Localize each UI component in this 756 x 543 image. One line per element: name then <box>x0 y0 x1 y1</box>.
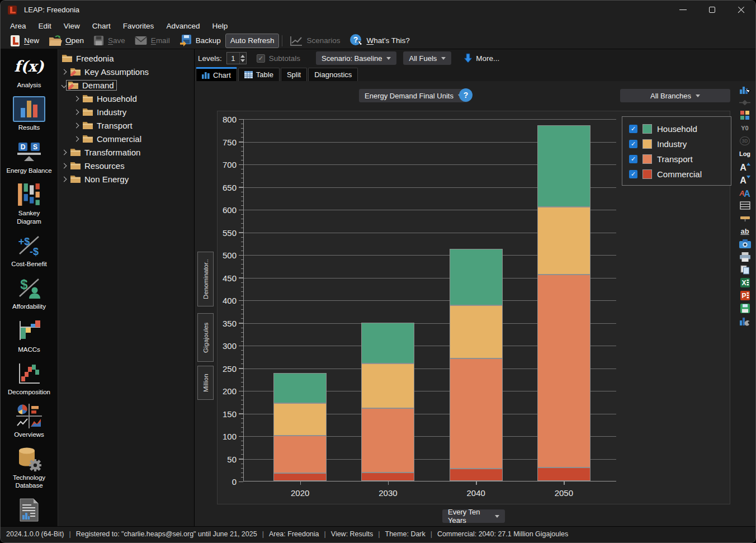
unit-button-million[interactable]: Million <box>197 366 214 400</box>
bar-segment-household-2030[interactable] <box>361 323 414 364</box>
font-color-icon[interactable]: AA <box>738 187 752 197</box>
sidebar-item-technology-database[interactable]: TechnologyDatabase <box>2 446 56 490</box>
levels-spin-arrows[interactable] <box>239 53 246 64</box>
export-excel-icon[interactable]: X <box>738 277 752 287</box>
font-increase-icon[interactable]: A <box>738 162 752 172</box>
tree-item-transformation[interactable]: Transformation <box>58 145 194 159</box>
snapshot-icon[interactable] <box>738 239 752 249</box>
new-icon <box>10 35 21 47</box>
bar-segment-household-2040[interactable] <box>450 249 503 305</box>
menu-edit[interactable]: Edit <box>32 20 58 32</box>
close-button[interactable] <box>726 1 755 19</box>
menu-favorites[interactable]: Favorites <box>117 20 160 32</box>
bar-segment-industry-2040[interactable] <box>450 305 503 359</box>
chart-colors-icon[interactable] <box>738 110 752 120</box>
open-button[interactable]: Open <box>44 34 88 48</box>
bar-segment-industry-2020[interactable] <box>273 403 327 436</box>
bar-segment-industry-2050[interactable] <box>537 207 590 275</box>
tab-split[interactable]: Split <box>281 68 307 81</box>
sidebar-item-affordability[interactable]: $Affordability <box>2 275 56 310</box>
bar-width-icon[interactable] <box>738 213 752 223</box>
line-markers-icon[interactable] <box>738 97 752 107</box>
bar-segment-household-2020[interactable] <box>273 373 327 403</box>
menu-chart[interactable]: Chart <box>86 20 117 32</box>
tab-table[interactable]: Table <box>238 68 280 81</box>
menu-area[interactable]: Area <box>4 20 32 32</box>
backup-button[interactable]: Backup <box>174 34 225 48</box>
sidebar-item-overviews[interactable]: Overviews <box>2 403 56 438</box>
chart-options-icon[interactable] <box>738 316 752 326</box>
subtotals-checkbox[interactable]: ✓ <box>257 54 265 63</box>
tab-chart[interactable]: Chart <box>196 67 237 81</box>
new-button[interactable]: New <box>5 34 44 48</box>
sidebar-item-sankey-diagram[interactable]: SankeyDiagram <box>2 182 56 225</box>
menu-view[interactable]: View <box>58 20 86 32</box>
whats-this-button[interactable]: ?What's This? <box>345 34 414 48</box>
sidebar-item-maccs[interactable]: MACCs <box>2 318 56 353</box>
chart-legend: ✓Household✓Industry✓Transport✓Commercial <box>622 116 731 186</box>
tree-item-demand[interactable]: Demand <box>58 78 194 92</box>
interval-dropdown[interactable]: Every Ten Years <box>442 509 505 523</box>
bar-segment-transport-2050[interactable] <box>537 275 590 467</box>
y-axis-origin-icon[interactable]: Y0 <box>738 123 752 133</box>
levels-spinner[interactable]: 1 <box>226 52 247 64</box>
legend-item-industry[interactable]: ✓Industry <box>629 136 731 152</box>
minimize-button[interactable] <box>668 1 697 19</box>
main-toolbar: NewOpenSaveEmailBackupAuto RefreshScenar… <box>1 32 755 49</box>
y-tick <box>239 323 243 324</box>
sidebar-item-decomposition[interactable]: Decomposition <box>2 361 56 396</box>
tree-root-freedonia[interactable]: Freedonia <box>58 51 194 65</box>
export-powerpoint-icon[interactable]: P <box>738 290 752 300</box>
sidebar-item-cost-benefit[interactable]: +$-$Cost-Benefit <box>2 233 56 268</box>
units-dropdown[interactable]: Energy Demand Final Units <box>359 89 468 102</box>
tree-item-resources[interactable]: Resources <box>58 159 194 172</box>
fuels-dropdown[interactable]: All Fuels <box>403 51 451 65</box>
bar-segment-commercial-2030[interactable] <box>361 473 414 481</box>
print-icon[interactable] <box>738 252 752 262</box>
legend-checkbox[interactable]: ✓ <box>629 170 637 178</box>
legend-item-household[interactable]: ✓Household <box>629 121 731 136</box>
bar-segment-household-2050[interactable] <box>537 125 590 207</box>
font-decrease-icon[interactable]: A <box>738 174 752 185</box>
legend-item-transport[interactable]: ✓Transport <box>629 152 731 167</box>
bar-segment-transport-2040[interactable] <box>450 358 503 469</box>
chart-type-icon[interactable] <box>738 84 752 95</box>
menu-advanced[interactable]: Advanced <box>160 20 206 32</box>
tree-item-household[interactable]: Household <box>58 92 194 105</box>
bar-segment-commercial-2050[interactable] <box>537 468 590 481</box>
3d-view-icon[interactable]: 3D <box>738 136 752 146</box>
sidebar-item-analysis[interactable]: f(x)Analysis <box>2 54 56 89</box>
tree-item-industry[interactable]: Industry <box>58 105 194 119</box>
legend-checkbox[interactable]: ✓ <box>629 140 637 148</box>
legend-item-commercial[interactable]: ✓Commercial <box>629 167 731 182</box>
bar-segment-transport-2020[interactable] <box>273 436 327 473</box>
maximize-button[interactable] <box>697 1 726 19</box>
bar-segment-commercial-2040[interactable] <box>450 469 503 481</box>
sidebar-item-energy-balance[interactable]: DSEnergy Balance <box>2 139 56 174</box>
sidebar-item-results[interactable]: Results <box>2 96 56 131</box>
y-minor-tick <box>241 473 243 473</box>
tree-item-key-assumptions[interactable]: Key Assumptions <box>58 65 194 78</box>
log-scale-icon[interactable]: Log <box>738 149 752 159</box>
data-labels-icon[interactable]: ab <box>738 226 752 236</box>
gridlines-icon[interactable] <box>738 200 752 210</box>
tree-item-transport[interactable]: Transport <box>58 119 194 132</box>
tab-diagnostics[interactable]: Diagnostics <box>308 68 358 81</box>
bar-segment-transport-2030[interactable] <box>361 408 414 472</box>
more-button[interactable]: More... <box>476 54 499 63</box>
tree-item-non-energy[interactable]: Non Energy <box>58 172 194 186</box>
unit-button-denominator[interactable]: Denominator.. <box>197 252 214 306</box>
copy-icon[interactable] <box>738 265 752 275</box>
bar-segment-industry-2030[interactable] <box>361 363 414 408</box>
branches-dropdown[interactable]: All Branches <box>620 89 730 102</box>
scenario-dropdown[interactable]: Scenario: Baseline <box>316 51 396 65</box>
save-chart-icon[interactable] <box>738 303 752 313</box>
help-button[interactable]: ? <box>459 88 472 102</box>
unit-button-gigajoules[interactable]: Gigajoules <box>197 313 214 362</box>
auto-refresh-button[interactable]: Auto Refresh <box>225 34 280 48</box>
menu-help[interactable]: Help <box>206 20 234 32</box>
legend-checkbox[interactable]: ✓ <box>629 125 637 133</box>
bar-segment-commercial-2020[interactable] <box>273 473 327 481</box>
tree-item-commercial[interactable]: Commercial <box>58 132 194 145</box>
legend-checkbox[interactable]: ✓ <box>629 155 637 163</box>
